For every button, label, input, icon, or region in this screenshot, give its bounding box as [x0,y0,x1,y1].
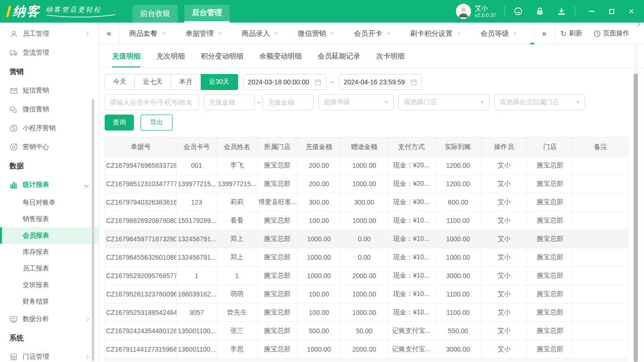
sidebar-scrollbar[interactable] [92,99,94,361]
support-icon[interactable] [513,7,523,16]
member-search-input[interactable] [105,94,199,110]
tab-product-package[interactable]: 商品套餐× [119,23,175,44]
tab-close-icon[interactable]: × [513,30,517,37]
quick-date-group: 今天近七天本月近30天 [105,74,238,90]
table-cell: 腕宝总部 [257,340,297,359]
quick-date-today-button[interactable]: 今天 [105,74,135,90]
table-cell: 001 [177,156,217,175]
tabs-scroll-right-icon[interactable]: » [535,23,554,44]
table-cell: 腕宝总部 [257,304,297,322]
user-area[interactable]: 艾小 v2.0.0.37 [456,4,496,19]
tab-close-icon[interactable]: × [218,30,222,37]
sidebar-item-marketing-center[interactable]: 营销中心 [0,138,99,156]
table-cell: 1 [177,267,217,285]
date-to-picker[interactable]: 2024-04-16 23:59:59 [339,74,422,90]
tab-member-report[interactable]: 会员报表× [527,23,534,44]
sidebar-item-wechat-marketing[interactable]: 微信营销 [0,100,99,119]
level-select[interactable]: 选择等级 ▼ [318,94,394,110]
tab-close-icon[interactable]: × [274,30,278,37]
table-row[interactable]: CZ16796459771873280132456791...郑上腕宝总部100… [105,230,628,248]
table-row[interactable]: CZ16795261323780096186039162...萌萌腕宝总部100… [105,285,628,304]
sidebar-item-logistics-management[interactable]: 货流管理 [0,43,99,62]
sidebar-subitem-staff-report[interactable]: 员工报表 [0,260,99,277]
refresh-button[interactable]: ↻ 刷新 [555,23,588,44]
subtab-times-card-detail[interactable]: 次卡明细 [376,45,405,67]
truck-icon [9,49,18,57]
store-select[interactable]: 请选择门店 ▼ [398,94,489,110]
page-operations-expand-icon[interactable] [636,23,640,26]
backend-management-button[interactable]: 后台管理 [184,5,230,23]
tab-member-level[interactable]: 会员等级× [471,23,527,44]
tab-close-icon[interactable]: × [457,30,461,37]
avatar[interactable] [456,4,471,19]
table-row[interactable]: CZ16799476965833728001李飞腕宝总部200.001000.0… [105,156,628,175]
table-row[interactable]: CZ16797940326383616123莉莉博爱县旺客...300.0030… [105,193,628,212]
tab-close-icon[interactable]: × [387,30,390,37]
table-row[interactable]: CZ16798512310347777139977215...139977215… [105,175,628,193]
table-cell: 腕宝总部 [257,248,297,267]
sidebar-subitem-shift-report[interactable]: 交班报表 [0,277,99,293]
recharge-amount-min-input[interactable] [204,94,255,110]
subtab-member-extension-record[interactable]: 会员延期记录 [318,45,360,67]
quick-date-this-month-button[interactable]: 本月 [171,74,201,90]
lock-icon[interactable] [535,7,545,16]
sidebar-subitem-financial-settlement[interactable]: 财务结算 [0,293,99,310]
tab-order-management[interactable]: 单据管理× [175,23,231,44]
subtab-times-detail[interactable]: 充次明细 [157,45,185,67]
table-cell: 现金：¥10... [388,248,435,267]
minimize-button[interactable] [584,4,600,18]
sidebar-item-staff-management[interactable]: 员工管理 [0,25,99,43]
export-button[interactable]: 导出 [140,115,173,131]
tabs-scroll-left-icon[interactable]: « [99,23,119,44]
table-row[interactable]: CZ16791144127315968136001100...李思腕宝总部100… [105,340,628,359]
tab-member-card-opening[interactable]: 会员开卡× [344,23,400,44]
sidebar-subitem-daily-reconciliation[interactable]: 每日对账单 [0,194,99,211]
date-from-picker[interactable]: 2024-03-18 00:00:00 [243,74,326,90]
page-operations-button[interactable]: 页面操作 [588,23,635,44]
sidebar-subitem-inventory-report[interactable]: 库存报表 [0,244,99,260]
quick-date-last-30-days-button[interactable]: 近30天 [201,74,238,90]
close-button[interactable]: × [623,4,639,18]
sidebar-item-miniprogram-marketing[interactable]: 小程序营销 [0,119,99,138]
quick-date-last-7-days-button[interactable]: 近七天 [135,74,171,90]
member-store-select[interactable]: 请选择会员归属门店 ▼ [494,94,585,110]
chevron-right-icon [84,317,89,321]
content-scrollbar-thumb[interactable] [634,74,638,362]
sidebar-subitem-sales-report[interactable]: 销售报表 [0,211,99,227]
table-cell: 看看 [217,212,257,230]
sidebar-item-data-analysis[interactable]: 数据分析 [0,310,99,329]
table-row[interactable]: CZ16796826920878080155179289...看看腕宝总部100… [105,212,628,230]
table-row[interactable]: CZ16796455632601088132456791...郑上腕宝总部100… [105,248,628,267]
table-cell: 现金：¥10... [388,304,435,322]
table-cell: 3000.00 [435,267,481,285]
table-header-cell: 备注 [573,138,628,156]
sidebar-item-statistics-reports[interactable]: 统计报表 [0,175,99,194]
sidebar-item-sms-marketing[interactable]: 短信营销 [0,81,99,100]
download-icon[interactable] [557,7,566,16]
chevron-down-icon [84,182,89,187]
table-cell: 1200.00 [435,175,481,193]
tab-close-icon[interactable]: × [330,30,334,37]
tab-card-points-settings[interactable]: 刷卡积分设置× [400,23,471,44]
sidebar-item-store-management[interactable]: 门店管理 [0,347,99,362]
table-row[interactable]: CZ167952531885424643057曾先生腕宝总部100.001000… [105,304,628,322]
subtab-balance-change-detail[interactable]: 余额变动明细 [259,45,302,67]
subtab-recharge-detail[interactable]: 充值明细 [112,45,140,67]
table-header-cell: 门店 [527,138,573,156]
tab-wechat-marketing[interactable]: 微信营销× [288,23,344,44]
table-row[interactable]: CZ16792424354480128135001100...张三腕宝总部500… [105,322,628,340]
table-cell: 艾小 [481,267,527,285]
subtab-points-change-detail[interactable]: 积分变动明细 [201,45,243,67]
maximize-button[interactable] [603,4,619,18]
open-tabs: 商品套餐×单据管理×商品录入×微信营销×会员开卡×刷卡积分设置×会员等级×会员报… [119,23,534,44]
sidebar-subitem-member-report[interactable]: 会员报表 [0,227,99,244]
recharge-amount-max-input[interactable] [263,94,314,110]
table-cell: 1200.00 [435,156,481,175]
tab-close-icon[interactable]: × [162,30,165,37]
table-cell: 腕宝总部 [527,340,573,359]
front-cashier-button[interactable]: 前台收银 [132,5,178,23]
tab-product-entry[interactable]: 商品录入× [231,23,288,44]
table-row[interactable]: CZ1679529209576857711腕宝总部1000.002000.00现… [105,267,628,285]
recharge-detail-table-wrap: 单据号会员卡号会员姓名所属门店充值金额赠送金额支付方式实际到账操作员门店备注 C… [105,137,628,362]
query-button[interactable]: 查询 [105,115,134,131]
